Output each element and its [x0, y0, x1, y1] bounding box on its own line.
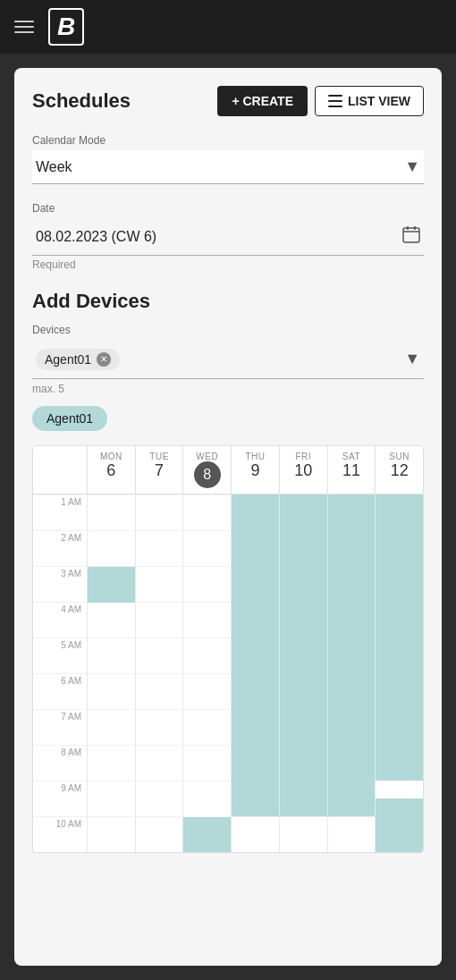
- svg-rect-2: [328, 106, 342, 107]
- devices-input[interactable]: Agent01 ✕ ▼: [32, 340, 424, 379]
- time-6am: 6 AM: [33, 673, 87, 709]
- day-name-tue: TUE: [138, 452, 182, 461]
- calendar-icon[interactable]: [402, 225, 420, 248]
- calendar-header: MON 6 TUE 7 WED 8 THU 9 FRI 10: [33, 446, 423, 494]
- max-devices-text: max. 5: [32, 383, 424, 395]
- day-num-sun: 12: [377, 461, 421, 480]
- chevron-down-icon: ▼: [404, 157, 420, 176]
- event-thu-allday[interactable]: [232, 494, 279, 816]
- calendar-body: 1 AM 2 AM 3 AM 4 AM 5 AM 6 AM 7 AM 8 AM …: [33, 494, 423, 852]
- day-num-thu: 9: [233, 461, 277, 480]
- day-header-wed: WED 8: [182, 446, 231, 494]
- agent01-tag-label: Agent01: [45, 352, 91, 367]
- day-name-sat: SAT: [330, 452, 374, 461]
- add-devices-title: Add Devices: [32, 290, 424, 313]
- date-value: 08.02.2023 (CW 6): [36, 229, 402, 245]
- svg-rect-3: [403, 228, 419, 242]
- svg-rect-5: [414, 226, 416, 230]
- day-col-fri: [279, 494, 327, 852]
- event-wed-10am[interactable]: [183, 817, 231, 852]
- list-view-button[interactable]: LIST VIEW: [315, 86, 424, 116]
- day-header-sun: SUN 12: [375, 446, 423, 494]
- card-header: Schedules + CREATE LIST VIEW: [32, 86, 424, 116]
- day-num-wed: 8: [194, 461, 221, 488]
- event-sun-gap: [376, 781, 423, 798]
- time-4am: 4 AM: [33, 602, 87, 638]
- day-col-wed: [182, 494, 231, 852]
- event-mon-3am[interactable]: [88, 567, 135, 603]
- calendar-mode-group: Calendar Mode Week ▼: [32, 134, 424, 184]
- time-labels: 1 AM 2 AM 3 AM 4 AM 5 AM 6 AM 7 AM 8 AM …: [33, 494, 87, 852]
- event-sun-late[interactable]: [376, 798, 423, 852]
- day-name-mon: MON: [89, 452, 133, 461]
- agent-badge: Agent01: [32, 406, 107, 431]
- agent01-tag[interactable]: Agent01 ✕: [36, 349, 120, 370]
- header-actions: + CREATE LIST VIEW: [217, 86, 424, 116]
- event-sat-allday[interactable]: [328, 494, 376, 816]
- time-1am: 1 AM: [33, 494, 87, 530]
- time-9am: 9 AM: [33, 781, 87, 816]
- time-2am: 2 AM: [33, 530, 87, 566]
- day-col-thu: [231, 494, 279, 852]
- day-num-mon: 6: [89, 461, 133, 480]
- date-label: Date: [32, 202, 424, 215]
- logo-icon: B: [48, 8, 84, 46]
- day-header-tue: TUE 7: [135, 446, 183, 494]
- day-num-tue: 7: [138, 461, 182, 480]
- create-button[interactable]: + CREATE: [217, 86, 308, 116]
- svg-rect-0: [328, 95, 342, 97]
- day-num-fri: 10: [282, 461, 325, 480]
- day-num-sat: 11: [330, 461, 374, 480]
- svg-rect-4: [407, 226, 409, 230]
- time-3am: 3 AM: [33, 566, 87, 602]
- list-icon: [328, 95, 342, 107]
- day-header-fri: FRI 10: [279, 446, 327, 494]
- time-7am: 7 AM: [33, 709, 87, 745]
- day-name-thu: THU: [233, 452, 277, 461]
- devices-chevron-icon: ▼: [404, 350, 420, 368]
- svg-rect-1: [328, 100, 342, 102]
- calendar-mode-select[interactable]: Week ▼: [32, 150, 424, 184]
- list-view-label: LIST VIEW: [348, 94, 410, 108]
- time-5am: 5 AM: [33, 638, 87, 673]
- calendar: MON 6 TUE 7 WED 8 THU 9 FRI 10: [32, 445, 424, 853]
- day-header-sat: SAT 11: [327, 446, 376, 494]
- day-col-sun: [375, 494, 423, 852]
- hamburger-icon[interactable]: [14, 21, 34, 33]
- time-10am: 10 AM: [33, 816, 87, 852]
- page-title: Schedules: [32, 89, 131, 113]
- required-text: Required: [32, 258, 76, 271]
- event-sun-allday[interactable]: [376, 494, 423, 816]
- time-8am: 8 AM: [33, 745, 87, 781]
- day-header-thu: THU 9: [231, 446, 279, 494]
- day-name-fri: FRI: [282, 452, 325, 461]
- time-column-header: [33, 446, 87, 494]
- tag-close-icon[interactable]: ✕: [97, 352, 111, 367]
- day-header-mon: MON 6: [87, 446, 135, 494]
- date-field[interactable]: 08.02.2023 (CW 6): [32, 218, 424, 256]
- day-name-wed: WED: [185, 452, 229, 461]
- main-card: Schedules + CREATE LIST VIEW Calendar Mo…: [14, 68, 442, 966]
- calendar-mode-label: Calendar Mode: [32, 134, 424, 147]
- day-name-sun: SUN: [377, 452, 421, 461]
- date-group: Date 08.02.2023 (CW 6) Required: [32, 202, 424, 272]
- add-devices-section: Add Devices Devices Agent01 ✕ ▼ max. 5: [32, 290, 424, 395]
- day-col-sat: [327, 494, 376, 852]
- day-col-tue: [135, 494, 183, 852]
- day-col-mon: [87, 494, 135, 852]
- topbar: B: [0, 0, 456, 54]
- event-fri-allday[interactable]: [280, 494, 327, 816]
- calendar-mode-value: Week: [36, 159, 404, 175]
- devices-label: Devices: [32, 324, 424, 336]
